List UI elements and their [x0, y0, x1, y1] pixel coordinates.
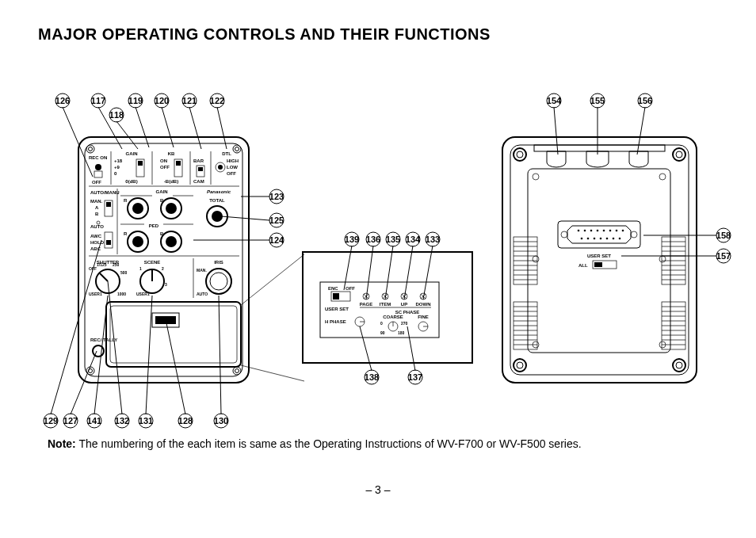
- svg-point-246: [609, 230, 612, 232]
- svg-text:118: 118: [109, 110, 124, 120]
- svg-text:180: 180: [398, 330, 405, 335]
- svg-text:127: 127: [63, 416, 78, 425]
- callout-155: 155: [590, 93, 605, 108]
- svg-text:AWC: AWC: [90, 234, 102, 238]
- svg-text:141: 141: [87, 416, 101, 425]
- svg-text:128: 128: [178, 416, 193, 425]
- svg-text:138: 138: [365, 372, 379, 382]
- svg-point-34: [233, 145, 241, 153]
- svg-point-253: [606, 238, 609, 240]
- svg-text:124: 124: [269, 235, 284, 245]
- svg-text:0: 0: [380, 321, 383, 326]
- svg-text:H PHASE: H PHASE: [325, 319, 346, 324]
- svg-text:3: 3: [165, 282, 167, 287]
- svg-text:250: 250: [113, 262, 120, 267]
- svg-line-138: [241, 365, 304, 381]
- svg-text:IRIS: IRIS: [214, 260, 223, 265]
- svg-text:131: 131: [139, 416, 153, 425]
- callout-154: 154: [547, 93, 562, 108]
- svg-line-6: [217, 107, 227, 149]
- svg-text:500: 500: [120, 270, 128, 275]
- svg-rect-84: [106, 240, 111, 245]
- svg-point-243: [590, 230, 593, 232]
- callout-124: 124: [269, 233, 284, 247]
- detail-panel-figure: 139 136 135 134 133 ENC OFF PAGE ITEM UP…: [296, 228, 479, 395]
- svg-line-163: [366, 246, 373, 300]
- callout-132: 132: [115, 414, 129, 428]
- svg-line-166: [423, 246, 433, 300]
- svg-line-165: [404, 246, 413, 300]
- svg-point-241: [578, 230, 580, 232]
- callout-119: 119: [128, 93, 143, 108]
- svg-text:125: 125: [269, 216, 284, 225]
- svg-point-234: [659, 256, 666, 262]
- svg-text:MAN.: MAN.: [90, 199, 103, 204]
- svg-text:129: 129: [44, 416, 58, 425]
- callout-138: 138: [365, 370, 379, 384]
- svg-point-255: [619, 238, 621, 240]
- svg-text:136: 136: [366, 235, 380, 244]
- front-panel-figure: 126 117 118 119 120 121 122 123 125 124 …: [35, 66, 320, 430]
- svg-text:121: 121: [182, 96, 197, 105]
- svg-text:OFF: OFF: [346, 286, 355, 291]
- svg-point-32: [86, 145, 94, 153]
- svg-point-244: [597, 230, 599, 232]
- svg-line-4: [162, 107, 174, 147]
- svg-rect-42: [94, 171, 102, 177]
- svg-text:GAIN: GAIN: [156, 189, 168, 194]
- svg-line-5: [189, 107, 201, 149]
- callout-136: 136: [366, 232, 380, 246]
- svg-point-127: [210, 273, 227, 290]
- svg-text:120: 120: [155, 96, 169, 105]
- svg-point-106: [166, 236, 177, 247]
- svg-line-205: [360, 326, 372, 371]
- footnote: Note: The numbering of the each item is …: [48, 437, 582, 450]
- svg-text:0(dB): 0(dB): [125, 179, 137, 184]
- callout-118: 118: [109, 108, 124, 122]
- svg-text:HOLD: HOLD: [90, 240, 105, 245]
- callout-133: 133: [426, 232, 440, 246]
- svg-point-248: [622, 230, 624, 232]
- svg-rect-220: [502, 137, 697, 383]
- svg-text:A: A: [95, 205, 99, 210]
- callout-157: 157: [716, 249, 731, 263]
- svg-line-139: [51, 240, 101, 414]
- svg-text:126: 126: [55, 96, 70, 105]
- svg-point-242: [584, 230, 586, 232]
- callout-130: 130: [214, 414, 228, 428]
- svg-text:270: 270: [401, 321, 408, 326]
- page-title: MAJOR OPERATING CONTROLS AND THEIR FUNCT…: [38, 25, 721, 44]
- svg-point-233: [533, 256, 539, 262]
- svg-text:132: 132: [115, 416, 129, 425]
- svg-point-251: [594, 238, 596, 240]
- svg-text:-B(dB): -B(dB): [164, 179, 178, 184]
- svg-point-239: [561, 231, 567, 238]
- svg-text:139: 139: [345, 235, 359, 244]
- svg-point-89: [132, 203, 143, 214]
- callout-139: 139: [345, 232, 359, 246]
- svg-point-223: [517, 151, 523, 158]
- svg-text:ITEM: ITEM: [380, 302, 391, 307]
- svg-text:GAIN: GAIN: [126, 151, 138, 156]
- svg-text:135: 135: [386, 235, 400, 244]
- svg-text:117: 117: [91, 96, 105, 105]
- svg-text:COARSE: COARSE: [383, 315, 403, 319]
- svg-text:OFF: OFF: [227, 171, 236, 176]
- svg-point-229: [676, 362, 682, 368]
- svg-point-240: [631, 231, 637, 238]
- svg-text:2: 2: [162, 266, 164, 271]
- callout-117: 117: [91, 93, 105, 108]
- svg-text:122: 122: [210, 96, 224, 105]
- svg-line-137: [241, 254, 304, 305]
- callout-135: 135: [386, 232, 400, 246]
- svg-point-38: [233, 367, 241, 375]
- callout-131: 131: [139, 414, 153, 428]
- svg-point-224: [673, 148, 685, 161]
- svg-point-247: [616, 230, 618, 232]
- svg-point-232: [659, 174, 666, 180]
- svg-point-245: [603, 230, 605, 232]
- svg-text:133: 133: [426, 235, 440, 244]
- svg-text:158: 158: [716, 231, 731, 240]
- svg-text:+18: +18: [114, 158, 123, 163]
- svg-point-33: [89, 147, 93, 151]
